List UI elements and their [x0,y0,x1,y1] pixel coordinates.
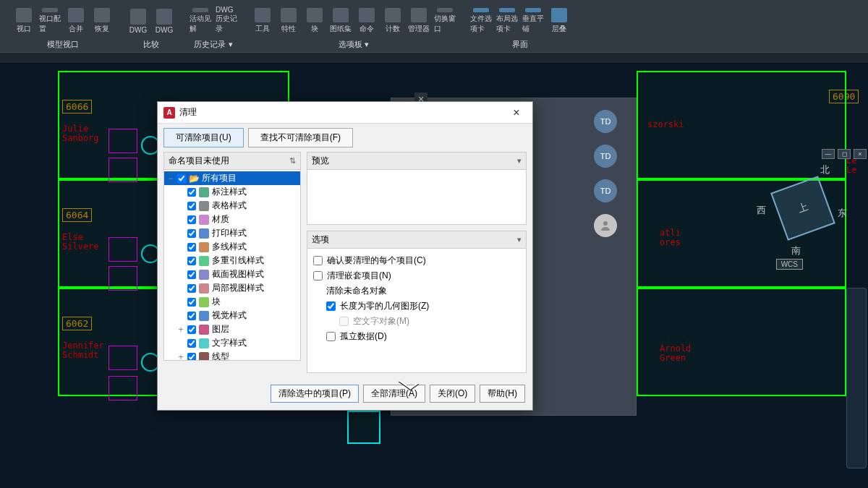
help-button[interactable]: 帮助(H) [480,385,525,403]
ribbon-btn[interactable]: 文件选项卡 [470,8,492,34]
tree-item[interactable]: 多线样式 [164,240,300,254]
purge-all-button[interactable]: 全部清理(A) [363,385,425,403]
ribbon-btn[interactable]: 特性 [278,8,299,34]
viewcube[interactable]: 上 北 南 东 西 [745,158,861,273]
tree-item-label: 块 [212,296,221,308]
tree-checkbox[interactable] [187,229,196,238]
ribbon-btn[interactable]: DWG [153,8,175,34]
tree-item-label: 多线样式 [212,241,247,253]
preview-pane [307,170,527,225]
tree-item[interactable]: 截面视图样式 [164,267,300,281]
ribbon-btn[interactable]: 视口 [13,8,35,34]
tree-item-label: 视觉样式 [212,309,247,322]
tree-checkbox[interactable] [187,257,196,265]
options-header[interactable]: 选项▾ [307,231,527,249]
compass-north[interactable]: 北 [820,163,830,176]
ribbon-btn[interactable]: 视口配置 [39,8,61,34]
opt-label: 孤立数据(D) [340,330,387,343]
tree-item-label: 打印样式 [212,227,247,239]
dialog-title: 清理 [179,106,197,119]
ribbon-btn[interactable]: DWG历史记录 [216,8,237,34]
occupant-name: ElseSilvere [62,233,99,252]
ribbon-group-label[interactable]: 选项板 ▾ [333,37,375,52]
tree-checkbox[interactable] [187,215,196,224]
compass-south[interactable]: 南 [791,244,801,257]
tree-checkbox[interactable] [187,298,196,307]
ribbon-btn[interactable]: 切换窗口 [434,8,456,34]
tree-item[interactable]: 材质 [164,213,300,226]
ribbon-btn[interactable]: 管理器 [408,8,430,34]
dialog-close-button[interactable]: × [506,105,527,121]
preview-header[interactable]: 预览▾ [307,152,527,170]
tree-item-label: 图层 [212,323,229,335]
avatar-chip[interactable]: TD [594,145,617,168]
tree-item-label: 截面视图样式 [212,268,264,281]
ribbon-btn[interactable]: 层叠 [548,8,570,34]
tree-checkbox[interactable] [187,353,196,361]
ribbon-group-ui: 文件选项卡 布局选项卡 垂直平铺 层叠 界面 [466,5,574,52]
tree-item[interactable]: 局部视图样式 [164,281,300,295]
ribbon-btn[interactable]: 计数 [382,8,404,34]
ribbon-btn[interactable]: 图纸集 [330,8,352,34]
tab-unpurgeable[interactable]: 查找不可清除项目(F) [248,128,353,147]
tree-item[interactable]: 视觉样式 [164,309,300,322]
tree-root[interactable]: − 📂 所有项目 [164,171,300,185]
avatar-chip[interactable]: TD [594,110,617,133]
ribbon-btn[interactable]: 活动见解 [190,8,211,34]
opt-confirm-checkbox[interactable] [313,256,323,265]
tree-item[interactable]: +图层 [164,322,300,336]
ribbon-btn[interactable]: 块 [304,8,326,34]
tree-item[interactable]: +线型 [164,350,300,361]
tree-checkbox[interactable] [187,243,196,252]
opt-orphan-checkbox[interactable] [326,332,336,341]
purge-dialog: A 清理 × 可清除项目(U) 查找不可清除项目(F) 命名项目未使用 ⇅ − … [157,101,533,411]
tree-checkbox[interactable] [187,270,196,279]
avatar-chip[interactable] [594,214,617,237]
tree-item[interactable]: 文字样式 [164,336,300,350]
tree-checkbox[interactable] [187,202,196,210]
sort-icon[interactable]: ⇅ [289,156,296,166]
ribbon-btn[interactable]: 垂直平铺 [522,8,544,34]
dialog-titlebar[interactable]: A 清理 × [158,102,532,124]
style-icon [199,201,209,211]
opt-nested-checkbox[interactable] [313,271,323,281]
occupant-name: JenniferSchmidt [62,341,104,360]
tree-item[interactable]: 多重引线样式 [164,254,300,267]
style-icon [199,338,209,348]
chevron-down-icon[interactable]: ▾ [517,156,522,166]
ribbon-btn[interactable]: 布局选项卡 [496,8,518,34]
ruler-strip[interactable] [0,52,868,64]
purge-tree[interactable]: − 📂 所有项目 标注样式表格样式材质打印样式多线样式多重引线样式截面视图样式局… [163,170,301,361]
ribbon-btn[interactable]: 恢复 [91,8,113,34]
ribbon-group-label[interactable]: 历史记录 ▾ [188,37,238,52]
tree-item[interactable]: 块 [164,295,300,309]
tree-checkbox[interactable] [177,174,186,183]
tree-checkbox[interactable] [187,188,196,197]
ribbon-btn[interactable]: DWG [127,8,149,34]
ribbon-btn[interactable]: 合并 [65,8,87,34]
opt-emptytext-checkbox [339,317,349,326]
chevron-down-icon[interactable]: ▾ [517,235,522,244]
tree-item[interactable]: 表格样式 [164,199,300,213]
compass-east[interactable]: 东 [838,207,847,220]
viewcube-face[interactable]: 上 [770,176,835,241]
tree-checkbox[interactable] [187,284,196,293]
ribbon-group-label: 模型视口 [41,37,85,52]
tab-purgeable[interactable]: 可清除项目(U) [163,128,244,147]
tree-item[interactable]: 标注样式 [164,185,300,199]
wcs-badge[interactable]: WCS [776,259,803,270]
tree-checkbox[interactable] [187,312,196,320]
ribbon-btn[interactable]: 工具 [252,8,273,34]
avatar-chip[interactable]: TD [594,179,617,202]
compass-west[interactable]: 西 [757,204,766,217]
opt-zero-checkbox[interactable] [326,301,336,311]
ribbon-group-label: 比较 [137,37,165,52]
navigation-bar[interactable] [846,288,867,468]
close-button[interactable]: 关闭(O) [430,385,475,403]
tree-checkbox[interactable] [187,339,196,348]
tree-checkbox[interactable] [187,325,196,334]
options-pane: 确认要清理的每个项目(C) 清理嵌套项目(N) 清除未命名对象 长度为零的几何图… [307,249,527,373]
purge-selected-button[interactable]: 清除选中的项目(P) [271,385,359,403]
tree-item[interactable]: 打印样式 [164,226,300,240]
ribbon-btn[interactable]: 命令 [356,8,378,34]
